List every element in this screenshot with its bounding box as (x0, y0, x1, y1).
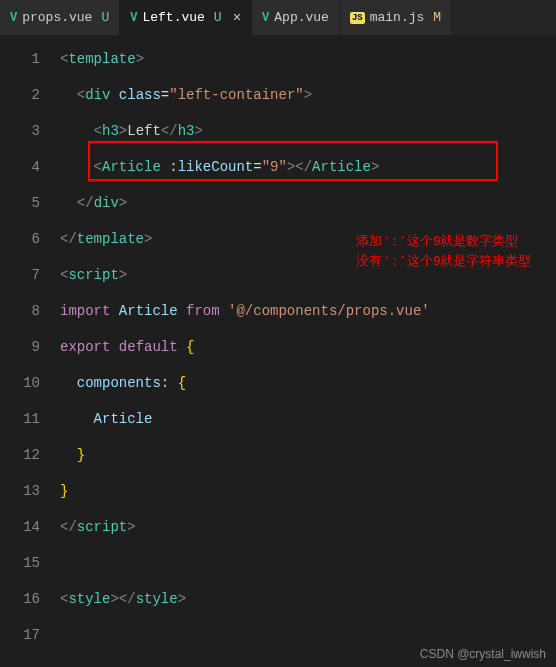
watermark: CSDN @crystal_iwwish (420, 647, 546, 661)
code-line: <style></style> (60, 581, 556, 617)
line-number: 7 (0, 257, 60, 293)
code-line: } (60, 473, 556, 509)
line-gutter: 1 2 3 4 5 6 7 8 9 10 11 12 13 14 15 16 1… (0, 41, 60, 653)
code-line: Article (60, 401, 556, 437)
code-line (60, 545, 556, 581)
code-line: <script> (60, 257, 556, 293)
vue-icon: V (262, 11, 269, 25)
git-status: U (101, 10, 109, 25)
tab-app[interactable]: V App.vue (252, 0, 340, 35)
line-number: 14 (0, 509, 60, 545)
code-line: <h3>Left</h3> (60, 113, 556, 149)
git-status: U (214, 10, 222, 25)
code-line: } (60, 437, 556, 473)
code-line: export default { (60, 329, 556, 365)
line-number: 5 (0, 185, 60, 221)
line-number: 8 (0, 293, 60, 329)
code-line: </template> (60, 221, 556, 257)
close-icon[interactable]: × (233, 10, 241, 26)
code-line: <template> (60, 41, 556, 77)
code-line: <Article :likeCount="9"></Article> (60, 149, 556, 185)
line-number: 15 (0, 545, 60, 581)
line-number: 16 (0, 581, 60, 617)
line-number: 3 (0, 113, 60, 149)
tab-label: main.js (370, 10, 425, 25)
tab-bar: V props.vue U V Left.vue U × V App.vue J… (0, 0, 556, 35)
js-icon: JS (350, 12, 365, 24)
line-number: 1 (0, 41, 60, 77)
line-number: 10 (0, 365, 60, 401)
line-number: 6 (0, 221, 60, 257)
code-line: </div> (60, 185, 556, 221)
line-number: 11 (0, 401, 60, 437)
code-line: components: { (60, 365, 556, 401)
code-area[interactable]: <template> <div class="left-container"> … (60, 41, 556, 653)
line-number: 17 (0, 617, 60, 653)
line-number: 2 (0, 77, 60, 113)
vue-icon: V (10, 11, 17, 25)
tab-label: Left.vue (142, 10, 204, 25)
git-status: M (433, 10, 441, 25)
tab-props[interactable]: V props.vue U (0, 0, 120, 35)
code-line: import Article from '@/components/props.… (60, 293, 556, 329)
tab-left[interactable]: V Left.vue U × (120, 0, 252, 35)
line-number: 9 (0, 329, 60, 365)
line-number: 13 (0, 473, 60, 509)
vue-icon: V (130, 11, 137, 25)
code-line: <div class="left-container"> (60, 77, 556, 113)
line-number: 4 (0, 149, 60, 185)
tab-label: props.vue (22, 10, 92, 25)
tab-label: App.vue (274, 10, 329, 25)
code-line: </script> (60, 509, 556, 545)
tab-main[interactable]: JS main.js M (340, 0, 452, 35)
line-number: 12 (0, 437, 60, 473)
editor[interactable]: 1 2 3 4 5 6 7 8 9 10 11 12 13 14 15 16 1… (0, 35, 556, 653)
